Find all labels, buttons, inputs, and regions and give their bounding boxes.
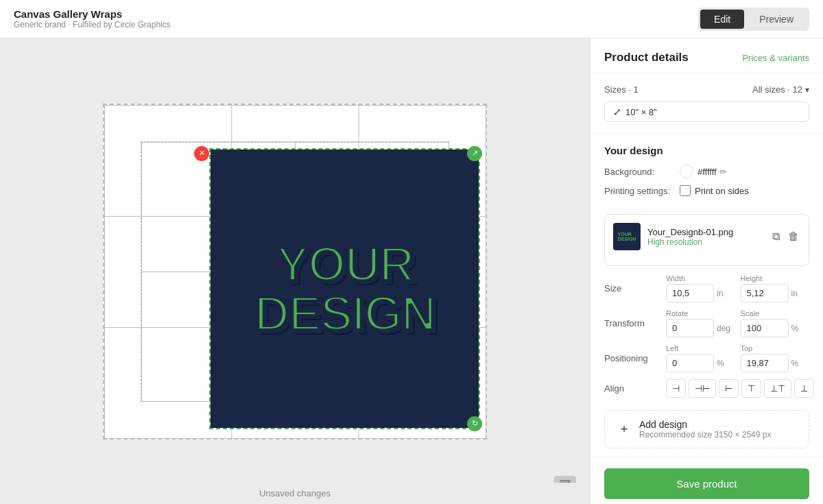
width-input[interactable] — [666, 284, 714, 302]
align-top-button[interactable]: ⊤ — [741, 379, 761, 398]
add-design-info: Add design Recommended size 3150 × 2549 … — [639, 419, 771, 440]
align-center-h-button[interactable]: ⊣⊢ — [689, 379, 716, 398]
your-design-title: Your design — [604, 145, 809, 156]
app-subtitle: Generic brand · Fulfilled by Circle Grap… — [14, 20, 171, 29]
positioning-row: Positioning Left % Top % — [604, 344, 809, 372]
transform-fields: Rotate deg Scale % — [666, 309, 809, 337]
all-sizes-dropdown[interactable]: All sizes · 12 ▾ — [752, 84, 809, 95]
transform-label: Transform — [604, 318, 666, 328]
scale-input[interactable] — [741, 319, 789, 337]
chevron-down-icon: ▾ — [805, 85, 809, 95]
align-middle-v-button[interactable]: ⊥⊤ — [764, 379, 791, 398]
background-row: Background: #ffffff ✏ — [604, 165, 809, 178]
design-actions: ⧉ 🗑 — [771, 229, 800, 244]
header-brand: Canvas Gallery Wraps Generic brand · Ful… — [14, 8, 171, 29]
left-unit: % — [717, 359, 730, 368]
save-section: Save product — [591, 457, 823, 504]
edit-color-icon[interactable]: ✏ — [719, 167, 727, 177]
transform-row: Transform Rotate deg Scale % — [604, 309, 809, 337]
design-image: YOUR DESIGN — [211, 149, 479, 428]
scale-input-group: % — [741, 319, 810, 337]
scale-group-label: Scale — [741, 309, 810, 317]
color-swatch[interactable] — [680, 165, 693, 178]
view-tabs: Edit Preview — [698, 8, 809, 31]
app-title: Canvas Gallery Wraps — [14, 8, 171, 20]
design-filename: Your_Designb-01.png — [647, 227, 764, 237]
design-text: YOUR DESIGN — [254, 239, 435, 338]
delete-design-button[interactable]: 🗑 — [787, 229, 800, 244]
height-input-group: in — [741, 284, 810, 302]
design-placement-area[interactable]: YOUR DESIGN — [209, 148, 480, 429]
design-info: Your_Designb-01.png High resolution — [647, 227, 764, 247]
align-row: Align ⊣ ⊣⊢ ⊢ ⊤ ⊥⊤ ⊥ — [604, 379, 809, 398]
tab-preview[interactable]: Preview — [746, 10, 807, 29]
size-row: Size Width in Height in — [604, 274, 809, 302]
height-unit: in — [791, 289, 805, 298]
rotate-input[interactable] — [666, 319, 714, 337]
design-card-header: YOURDESIGN Your_Designb-01.png High reso… — [613, 223, 800, 250]
save-product-button[interactable]: Save product — [604, 468, 809, 499]
rotate-input-group: deg — [666, 319, 735, 337]
add-design-row[interactable]: + Add design Recommended size 3150 × 254… — [604, 410, 809, 448]
delete-handle[interactable]: ✕ — [194, 146, 209, 161]
align-bottom-button[interactable]: ⊥ — [794, 379, 814, 398]
printing-row: Printing settings: Print on sides — [604, 185, 809, 196]
scale-unit: % — [791, 324, 805, 333]
height-input[interactable] — [741, 284, 789, 302]
left-input[interactable] — [666, 354, 714, 372]
align-right-button[interactable]: ⊢ — [719, 379, 739, 398]
expand-icon: ⤢ — [613, 106, 621, 117]
app-header: Canvas Gallery Wraps Generic brand · Ful… — [0, 0, 823, 38]
width-group-label: Width — [666, 274, 735, 283]
top-group-label: Top — [741, 344, 810, 352]
background-label: Background: — [604, 167, 680, 177]
design-properties: Size Width in Height in — [591, 274, 823, 405]
rotate-unit: deg — [717, 324, 730, 333]
height-group-label: Height — [741, 274, 810, 283]
design-quality: High resolution — [647, 237, 764, 247]
align-label: Align — [604, 383, 666, 394]
right-panel: Product details Prices & variants Sizes … — [590, 38, 823, 504]
align-buttons: ⊣ ⊣⊢ ⊢ ⊤ ⊥⊤ ⊥ — [666, 379, 814, 398]
design-file-card: YOURDESIGN Your_Designb-01.png High reso… — [604, 214, 809, 266]
print-on-sides-label: Print on sides — [695, 186, 749, 196]
positioning-label: Positioning — [604, 353, 666, 363]
tab-edit[interactable]: Edit — [700, 10, 744, 29]
resize-handle-br[interactable]: ↻ — [467, 416, 482, 431]
top-unit: % — [791, 359, 805, 368]
size-label: Size — [604, 283, 666, 293]
top-input[interactable] — [741, 354, 789, 372]
sizes-row: Sizes · 1 All sizes · 12 ▾ — [604, 84, 809, 95]
rotate-group-label: Rotate — [666, 309, 735, 317]
canvas-container: YOUR DESIGN ✕ ↗ ↻ — [103, 104, 487, 440]
width-unit: in — [717, 289, 730, 298]
left-input-group: % — [666, 354, 735, 372]
main-content: YOUR DESIGN ✕ ↗ ↻ ⌨ Unsaved changes Prod… — [0, 38, 823, 504]
align-left-button[interactable]: ⊣ — [666, 379, 686, 398]
resize-handle-tr[interactable]: ↗ — [467, 146, 482, 161]
design-thumbnail: YOURDESIGN — [613, 223, 641, 250]
unsaved-changes: Unsaved changes — [0, 483, 590, 504]
printing-label: Printing settings: — [604, 186, 680, 196]
panel-header: Product details Prices & variants — [591, 38, 823, 73]
add-design-label: Add design — [639, 419, 771, 430]
top-input-group: % — [741, 354, 810, 372]
width-input-group: in — [666, 284, 735, 302]
your-design-section: Your design Background: #ffffff ✏ Printi… — [591, 134, 823, 214]
positioning-fields: Left % Top % — [666, 344, 809, 372]
add-design-sub: Recommended size 3150 × 2549 px — [639, 430, 771, 440]
left-group-label: Left — [666, 344, 735, 352]
sizes-count: Sizes · 1 — [604, 84, 639, 95]
size-chip[interactable]: ⤢ 10" × 8" — [604, 101, 809, 122]
color-hex: #ffffff — [697, 167, 717, 177]
add-icon: + — [616, 421, 632, 437]
sizes-section: Sizes · 1 All sizes · 12 ▾ ⤢ 10" × 8" — [591, 73, 823, 134]
panel-title: Product details — [604, 51, 689, 64]
size-fields: Width in Height in — [666, 274, 809, 302]
print-on-sides-checkbox[interactable] — [680, 185, 691, 196]
copy-design-button[interactable]: ⧉ — [771, 229, 781, 244]
canvas-area: YOUR DESIGN ✕ ↗ ↻ ⌨ Unsaved changes — [0, 38, 590, 504]
prices-variants-link[interactable]: Prices & variants — [742, 53, 809, 63]
